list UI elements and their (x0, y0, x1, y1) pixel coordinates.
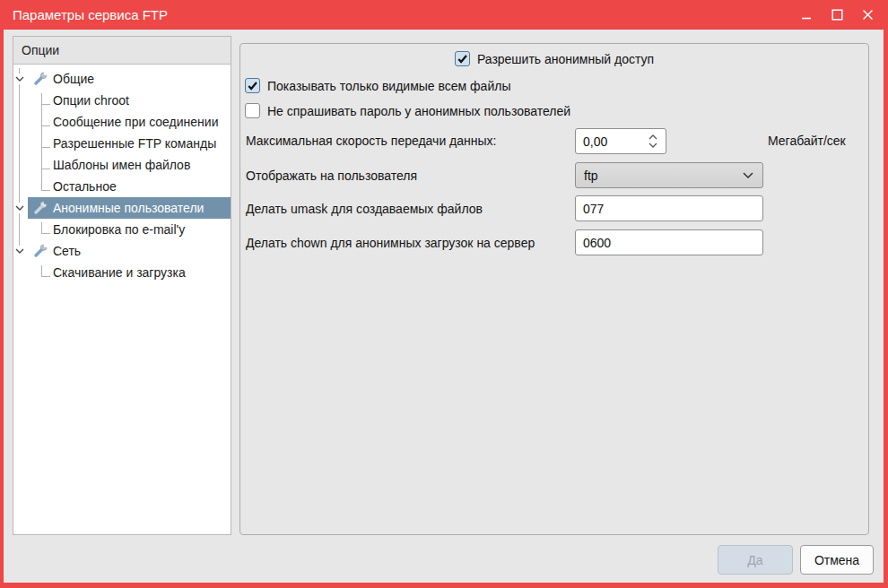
sidebar-item-filename-templates[interactable]: Шаблоны имен файлов (13, 154, 231, 176)
show-visible-row: Показывать только видимые всем файлы (245, 78, 510, 93)
sidebar-item-label: Сеть (53, 240, 81, 262)
tree-branch-line (41, 222, 42, 233)
allow-anonymous-row: Разрешить анонимный доступ (240, 51, 868, 66)
chevron-down-icon[interactable] (14, 203, 25, 213)
maximize-icon[interactable] (831, 9, 843, 22)
tree-branch-line (41, 233, 50, 234)
show-visible-checkbox[interactable] (245, 78, 260, 93)
show-visible-label: Показывать только видимые всем файлы (267, 79, 510, 93)
sidebar-item-label: Анонимные пользователи (53, 197, 204, 219)
sidebar-item-download-upload[interactable]: Скачивание и загрузка (13, 262, 231, 283)
umask-input[interactable] (575, 195, 763, 221)
sidebar-item-connect-message[interactable]: Сообщение при соединении (13, 111, 231, 133)
sidebar-item-email-block[interactable]: Блокировка по e-mail'у (13, 219, 231, 240)
no-password-label: Не спрашивать пароль у анонимных пользов… (267, 104, 570, 118)
allow-anonymous-label: Разрешить анонимный доступ (477, 52, 654, 66)
tree-branch-line (41, 169, 50, 169)
spin-down-icon[interactable] (649, 143, 657, 148)
tree-header: Опции (13, 37, 231, 65)
sidebar-item-label: Скачивание и загрузка (53, 262, 186, 283)
window-controls (800, 0, 874, 30)
spin-buttons (647, 131, 659, 151)
close-icon[interactable] (861, 9, 874, 22)
wrench-icon (33, 201, 48, 215)
tree-branch-line (19, 68, 20, 255)
tree-branch-line (41, 125, 50, 126)
chevron-down-icon[interactable] (14, 246, 25, 256)
display-user-label: Отображать на пользователя (246, 169, 417, 183)
spin-up-icon[interactable] (649, 134, 657, 140)
titlebar: Параметры сервиса FTP (0, 0, 888, 30)
settings-frame: Разрешить анонимный доступ Показывать то… (239, 43, 869, 535)
tree-branch-line (41, 147, 50, 148)
wrench-icon (33, 244, 48, 258)
tree-branch-line (41, 276, 50, 277)
sidebar-item-chroot[interactable]: Опции chroot (13, 90, 231, 111)
tree-header-label: Опции (22, 43, 59, 57)
minimize-icon[interactable] (800, 9, 813, 22)
dialog-content: Опции Общие (4, 30, 884, 583)
speed-unit-label: Мегабайт/сек (768, 134, 846, 148)
sidebar-item-network[interactable]: Сеть (13, 240, 231, 262)
sidebar-item-allowed-commands[interactable]: Разрешенные FTP команды (13, 133, 231, 154)
sidebar-item-label: Разрешенные FTP команды (53, 133, 216, 154)
chevron-down-icon[interactable] (14, 74, 25, 84)
tree-list: Общие Опции chroot Сообщение при соедине… (13, 68, 231, 283)
wrench-icon (33, 72, 48, 86)
cancel-button[interactable]: Отмена (800, 545, 874, 575)
sidebar-item-label: Опции chroot (53, 90, 129, 111)
no-password-row: Не спрашивать пароль у анонимных пользов… (245, 103, 570, 118)
window-title: Параметры сервиса FTP (13, 7, 168, 22)
tree-branch-line (41, 93, 42, 190)
ok-button-label: Да (747, 553, 762, 567)
tree-branch-line (41, 265, 42, 276)
display-user-value: ftp (584, 169, 743, 183)
display-user-select[interactable]: ftp (575, 162, 763, 188)
sidebar-item-label: Сообщение при соединении (53, 111, 218, 133)
sidebar-item-label: Шаблоны имен файлов (53, 154, 190, 176)
max-speed-label: Максимальная скорость передачи данных: (246, 134, 496, 148)
max-speed-input[interactable] (576, 129, 644, 153)
sidebar-item-anonymous-users[interactable]: Анонимные пользователи (13, 197, 231, 219)
cancel-button-label: Отмена (814, 553, 859, 567)
tree-branch-line (41, 104, 50, 105)
no-password-checkbox[interactable] (245, 103, 260, 118)
chevron-down-icon (743, 172, 753, 178)
chown-input[interactable] (575, 229, 763, 255)
sidebar-item-label: Блокировка по e-mail'у (53, 219, 185, 240)
ok-button[interactable]: Да (718, 545, 793, 575)
max-speed-spinbox (575, 128, 666, 154)
sidebar-item-general[interactable]: Общие (13, 68, 231, 90)
sidebar-item-label: Общие (53, 68, 94, 90)
sidebar-item-other[interactable]: Остальное (13, 176, 231, 197)
sidebar-item-label: Остальное (53, 176, 117, 197)
options-tree: Опции Общие (13, 36, 231, 535)
tree-branch-line (41, 190, 50, 191)
chown-label: Делать chown для анонимных загрузок на с… (246, 236, 535, 250)
umask-label: Делать umask для создаваемых файлов (246, 202, 483, 216)
allow-anonymous-checkbox[interactable] (455, 51, 470, 66)
